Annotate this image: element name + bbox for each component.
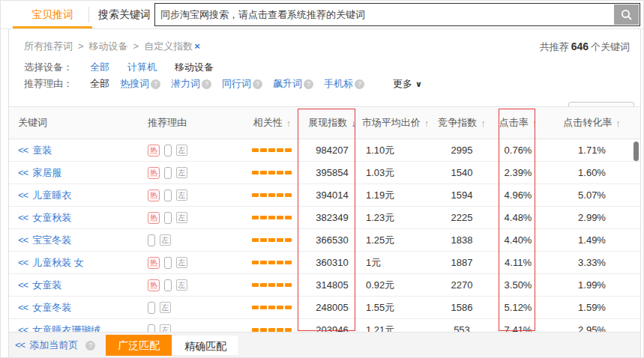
mobile-phone-icon — [164, 167, 172, 179]
help-icon[interactable]: ? — [304, 79, 313, 89]
relevance-bar — [268, 193, 275, 197]
filter-option[interactable]: 全部 — [90, 61, 109, 73]
sort-desc-icon[interactable]: ↓ — [351, 118, 356, 129]
add-keyword-icon[interactable]: << — [18, 212, 28, 223]
cell-relevance — [240, 297, 304, 318]
keyword-link[interactable]: <<女童装 — [18, 279, 61, 292]
sort-asc-icon[interactable]: ↑ — [424, 118, 430, 129]
sort-asc-icon[interactable]: ↑ — [286, 118, 292, 129]
sort-asc-icon[interactable]: ↑ — [616, 118, 621, 129]
cell-ctr: 4.11% — [493, 252, 544, 273]
column-header-3[interactable]: 展现指数↓ — [304, 107, 360, 139]
cell-keyword: <<儿童睡衣 — [9, 184, 139, 206]
cell-reason-badges: 热左 — [139, 139, 240, 161]
cell-avg-price: 1元 — [360, 252, 431, 273]
add-keyword-icon[interactable]: << — [18, 167, 28, 178]
relevance-bar — [260, 283, 267, 287]
cell-impressions: 984207 — [304, 139, 360, 161]
keyword-link[interactable]: <<儿童秋装 女 — [18, 256, 84, 270]
broad-match-button[interactable]: 广泛匹配 — [106, 335, 172, 356]
column-header-7[interactable]: 点击转化率↑ — [544, 107, 640, 139]
add-page-label: 添加当前页 — [29, 339, 78, 351]
add-keyword-icon[interactable]: << — [18, 189, 28, 201]
search-button[interactable] — [614, 4, 639, 25]
add-current-page-link[interactable]: <<添加当前页 — [15, 339, 78, 352]
cell-competition: 1887 — [431, 252, 493, 273]
cell-impressions: 382349 — [304, 207, 360, 228]
left-badge-icon: 左 — [160, 234, 171, 246]
relevance-bar — [277, 193, 283, 197]
table-scrollbar-thumb[interactable] — [634, 142, 639, 161]
hot-badge-icon: 热 — [148, 257, 160, 269]
total-keywords: 共推荐646个关键词 — [540, 40, 630, 53]
relevance-bar — [268, 171, 275, 175]
breadcrumb-item[interactable]: 移动设备 — [89, 40, 128, 52]
breadcrumb-item[interactable]: 所有推荐词 — [24, 40, 73, 52]
filter-option[interactable]: 热搜词? — [120, 78, 160, 89]
relevance-bar — [268, 148, 275, 152]
cell-cvr: 1.71% — [544, 139, 640, 161]
cell-avg-price: 1.25元 — [360, 229, 431, 251]
mobile-phone-icon — [164, 189, 172, 201]
column-label: 相关性 — [253, 116, 283, 130]
sort-asc-icon[interactable]: ↑ — [481, 118, 486, 129]
mobile-phone-icon — [164, 257, 172, 269]
sort-asc-icon[interactable]: ↑ — [532, 118, 538, 129]
add-keyword-icon[interactable]: << — [18, 302, 28, 313]
cell-competition: 2270 — [431, 274, 493, 296]
keyword-link[interactable]: <<家居服 — [18, 166, 61, 180]
column-header-5[interactable]: 竞争指数↑ — [431, 107, 493, 139]
search-input[interactable] — [154, 3, 640, 26]
filter-option[interactable]: 移动设备 — [175, 61, 214, 73]
help-icon[interactable]: ? — [202, 79, 211, 89]
help-icon[interactable]: ? — [151, 79, 160, 89]
filter-option[interactable]: 飙升词? — [273, 78, 313, 89]
breadcrumb-item[interactable]: 自定义指数 — [144, 40, 193, 52]
exact-match-button[interactable]: 精确匹配 — [172, 335, 239, 356]
relevance-bar — [252, 261, 259, 264]
help-icon[interactable]: ? — [85, 341, 95, 351]
cell-keyword: <<女童装 — [9, 274, 139, 296]
relevance-bars — [252, 171, 293, 175]
help-icon[interactable]: ? — [355, 79, 364, 89]
filter-option[interactable]: 同行词? — [222, 78, 262, 89]
relevance-bars — [252, 193, 293, 197]
add-keyword-icon[interactable]: << — [18, 234, 28, 246]
cell-ctr: 4.96% — [493, 184, 544, 206]
cell-ctr: 4.40% — [493, 229, 544, 251]
cell-reason-badges: 热左 — [139, 184, 240, 206]
tab-search-keywords[interactable]: 搜索关键词 — [98, 1, 151, 28]
tab-baby-promote-words[interactable]: 宝贝推词 — [29, 1, 76, 28]
more-label: 更多 — [393, 78, 412, 89]
filter-option[interactable]: 计算机 — [127, 61, 157, 73]
relevance-bar — [285, 261, 292, 264]
column-header-2[interactable]: 相关性↑ — [240, 107, 304, 139]
chevron-down-icon: ∨ — [415, 79, 422, 88]
breadcrumb-close-icon[interactable]: × — [194, 40, 200, 52]
cell-reason-badges: 热左 — [139, 162, 240, 183]
total-suffix: 个关键词 — [591, 41, 630, 52]
add-keyword-icon[interactable]: << — [18, 257, 28, 268]
filter-option[interactable]: 手机标? — [324, 78, 364, 89]
keyword-link[interactable]: <<宝宝冬装 — [18, 234, 71, 247]
keyword-link[interactable]: <<女童冬装 — [18, 301, 71, 315]
cell-competition: 1838 — [431, 229, 493, 251]
relevance-bars — [252, 216, 293, 219]
filter-option[interactable]: 全部 — [90, 78, 109, 89]
column-header-6[interactable]: 点击率↑ — [493, 107, 544, 139]
keyword-link[interactable]: <<儿童睡衣 — [18, 189, 71, 202]
column-header-4[interactable]: 市场平均出价↑ — [360, 107, 431, 139]
more-filters-link[interactable]: 更多∨ — [393, 77, 422, 91]
filter-option[interactable]: 潜力词? — [171, 78, 211, 89]
add-keyword-icon[interactable]: << — [18, 279, 28, 291]
relevance-bar — [285, 238, 292, 242]
keyword-text: 童装 — [32, 145, 52, 156]
keyword-link[interactable]: <<童装 — [18, 144, 52, 157]
help-icon[interactable]: ? — [253, 79, 262, 89]
cell-keyword: <<女童冬装 — [9, 297, 139, 318]
search-bar — [154, 3, 640, 26]
add-keyword-icon[interactable]: << — [18, 145, 28, 156]
keyword-promotion-page: 宝贝推词 搜索关键词 所有推荐词>移动设备>自定义指数× 共推荐646个关键词 … — [0, 0, 644, 358]
cell-competition: 1594 — [431, 184, 493, 206]
keyword-link[interactable]: <<女童秋装 — [18, 211, 71, 225]
